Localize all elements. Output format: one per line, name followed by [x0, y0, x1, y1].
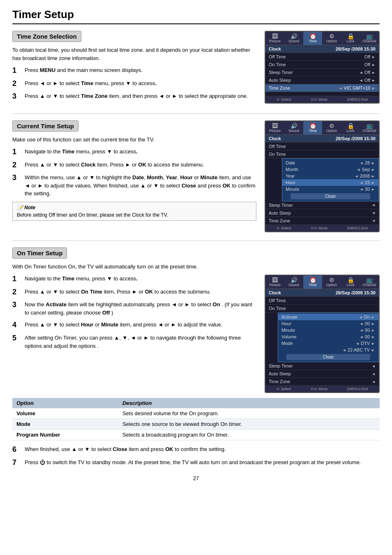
- sub-hour-row: Hour ◄ 15 ►: [282, 179, 378, 186]
- on-timer-steps: 1 Navigate to the Time menu, press ▼ to …: [12, 275, 256, 350]
- tv-menu-timezone: 🖼Picture 🔊Sound ⏰Time ⚙Option 🔒Lock 📺Cha…: [265, 31, 380, 104]
- menu-footer-ct: ⊙ Select ⊙⊙ Move (MENU) Exit: [265, 225, 379, 231]
- step-text-ot-5: After setting On Timer, you can press ▲,…: [25, 334, 256, 350]
- sub-channel-row-ot: ◄ 22 ABC TV ►: [278, 347, 378, 353]
- step-text-tz-2: Press ◄ or ► to select Time menu, press …: [25, 79, 157, 88]
- desc-mode: Selects one source to be viewed through …: [118, 419, 380, 430]
- clock-row-ct: Clock 28/Sep /2008 15:30: [265, 135, 379, 143]
- on-time-row-ct: On Time: [265, 150, 379, 158]
- page-number: 27: [12, 475, 380, 481]
- table-row-volume: Volume Sets desired volume for the On pr…: [12, 408, 380, 419]
- step-ot-3: 3 Now the Activate item will be highligh…: [12, 301, 256, 317]
- time-zone-intro: To obtain local time, you should first s…: [12, 46, 256, 62]
- sub-minute-row: Minute ◄ 30 ►: [282, 186, 378, 192]
- step-num-ot-6: 6: [12, 445, 21, 454]
- step-ot-6: 6 When finished, use ▲ or ▼ to select Cl…: [12, 445, 380, 454]
- sleep-timer-row-ot: Sleep Timer ◄: [265, 362, 379, 370]
- table-row-program: Program Number Selects a broadcasting pr…: [12, 430, 380, 440]
- clock-row-ot: Clock 28/Sep /2008 15:30: [265, 289, 379, 297]
- option-icon-ot: ⚙Option: [322, 275, 341, 289]
- channel-icon: 📺Channel: [360, 32, 379, 45]
- time-zone-steps: 1 Press MENU and the main menu screen di…: [12, 66, 256, 101]
- on-timer-menu-panel: 🖼Picture 🔊Sound ⏰Time ⚙Option 🔒Lock 📺Cha…: [265, 275, 380, 393]
- clock-row-tz: Clock 28/Sep /2008 15:30: [265, 45, 379, 53]
- on-timer-header: On Timer Setup: [12, 247, 67, 259]
- tv-menu-ontimer: 🖼Picture 🔊Sound ⏰Time ⚙Option 🔒Lock 📺Cha…: [265, 275, 380, 393]
- step-text-ct-2: Press ▲ or ▼ to select Clock item, Press…: [25, 161, 204, 169]
- step-ot-1: 1 Navigate to the Time menu, press ▼ to …: [12, 275, 256, 284]
- step-ot-5: 5 After setting On Timer, you can press …: [12, 334, 256, 350]
- time-zone-menu-panel: 🖼Picture 🔊Sound ⏰Time ⚙Option 🔒Lock 📺Cha…: [265, 31, 380, 104]
- time-icon-ct: ⏰Time: [303, 121, 322, 134]
- channel-icon-ot: 📺Channel: [360, 275, 379, 289]
- step-ct-1: 1 Navigate to the Time menu, press ▼ to …: [12, 148, 256, 157]
- table-row-mode: Mode Selects one source to be viewed thr…: [12, 419, 380, 430]
- step-text-ot-4: Press ▲ or ▼ to select Hour or Minute it…: [25, 321, 222, 329]
- step-num-ot-1: 1: [12, 275, 21, 284]
- step-num-tz-3: 3: [12, 92, 21, 101]
- time-zone-header: Time Zone Selection: [12, 31, 81, 42]
- current-time-steps: 1 Navigate to the Time menu, press ▼ to …: [12, 148, 256, 198]
- step-text-ct-1: Navigate to the Time menu, press ▼ to ac…: [25, 148, 138, 156]
- tv-menu-icon-bar-ct: 🖼Picture 🔊Sound ⏰Time ⚙Option 🔒Lock 📺Cha…: [265, 121, 379, 135]
- off-time-row-ct: Off Time: [265, 143, 379, 150]
- sound-icon-ot: 🔊Sound: [284, 275, 303, 289]
- lock-icon-ct: 🔒Lock: [341, 121, 360, 134]
- auto-sleep-row-ct: Auto Sleep ◄: [265, 209, 379, 217]
- option-table: Option Description Volume Sets desired v…: [12, 398, 380, 440]
- step-ct-3: 3 Within the menu, use ▲ or ▼ to highlig…: [12, 173, 256, 198]
- step-ot-2: 2 Press ▲ or ▼ to select On Time item, P…: [12, 288, 256, 297]
- page-title: Timer Setup: [12, 8, 380, 24]
- step-num-tz-1: 1: [12, 66, 21, 75]
- time-zone-section: Time Zone Selection To obtain local time…: [12, 31, 380, 105]
- tv-menu-icon-bar: 🖼Picture 🔊Sound ⏰Time ⚙Option 🔒Lock 📺Cha…: [265, 32, 379, 45]
- sub-menu-ct: Date ◄ 28 ► Month ◄ Sep ► Year ◄ 2008 ► …: [282, 158, 379, 201]
- on-timer-intro: With On Timer function On, the TV will a…: [12, 263, 380, 271]
- note-title: 📝 Note: [17, 205, 252, 210]
- auto-sleep-row-tz: Auto Sleep ◄ Off ►: [265, 76, 379, 84]
- step-ot-4: 4 Press ▲ or ▼ to select Hour or Minute …: [12, 321, 256, 330]
- tv-menu-icon-bar-ot: 🖼Picture 🔊Sound ⏰Time ⚙Option 🔒Lock 📺Cha…: [265, 275, 379, 289]
- sub-mode-row-ot: Mode ◄ DTV ►: [278, 340, 378, 347]
- divider-1: [12, 113, 380, 114]
- desc-volume: Sets desired volume for the On program.: [118, 408, 380, 419]
- step-text-ot-3: Now the Activate item will be highlighte…: [25, 301, 256, 317]
- step-num-ot-2: 2: [12, 288, 21, 297]
- step-text-ct-3: Within the menu, use ▲ or ▼ to highlight…: [25, 173, 256, 198]
- step-text-tz-1: Press MENU and the main menu screen disp…: [25, 66, 143, 74]
- sub-minute-row-ot: Minute ◄ 00 ►: [278, 327, 378, 333]
- picture-icon-ct: 🖼Picture: [265, 121, 284, 134]
- step-text-ot-1: Navigate to the Time menu, press ▼ to ac…: [25, 275, 138, 283]
- sound-icon: 🔊Sound: [284, 32, 303, 45]
- time-zone-row-ct: Time Zone ◄: [265, 217, 379, 225]
- note-box: 📝 Note Before setting Off timer and On t…: [12, 202, 256, 221]
- step-num-ot-4: 4: [12, 321, 21, 330]
- time-zone-row-tz: Time Zone ◄ VIC GMT+10 ►: [265, 84, 379, 92]
- sub-hour-row-ot: Hour ◄ 00 ►: [278, 320, 378, 327]
- note-text: Before setting Off timer and On timer, p…: [17, 212, 252, 218]
- step-tz-1: 1 Press MENU and the main menu screen di…: [12, 66, 256, 75]
- picture-icon-ot: 🖼Picture: [265, 275, 284, 289]
- current-time-menu-panel: 🖼Picture 🔊Sound ⏰Time ⚙Option 🔒Lock 📺Cha…: [265, 120, 380, 232]
- option-volume: Volume: [12, 408, 118, 419]
- step-text-tz-3: Press ▲ or ▼ to select Time Zone item, a…: [25, 92, 248, 100]
- sound-icon-ct: 🔊Sound: [284, 121, 303, 134]
- desc-program: Selects a broadcasting program for On ti…: [118, 430, 380, 440]
- on-timer-steps-after: 6 When finished, use ▲ or ▼ to select Cl…: [12, 445, 380, 467]
- step-num-ot-5: 5: [12, 334, 21, 343]
- current-time-header: Current Time Setup: [12, 120, 78, 132]
- time-zone-row-ot: Time Zone ◄: [265, 378, 379, 386]
- step-num-ct-1: 1: [12, 148, 21, 157]
- sub-menu-ot: Activate ◄ On ► Hour ◄ 00 ► Minute ◄ 00 …: [278, 312, 379, 362]
- menu-footer-ot: ⊙ Select ⊙⊙ Move (MENU) Exit: [265, 386, 379, 392]
- sub-date-row: Date ◄ 28 ►: [282, 160, 378, 166]
- channel-icon-ct: 📺Channel: [360, 121, 379, 134]
- sleep-timer-row-tz: Sleep Timer ◄ Off ►: [265, 69, 379, 76]
- step-text-ot-6: When finished, use ▲ or ▼ to select Clos…: [25, 445, 226, 453]
- step-num-tz-2: 2: [12, 79, 21, 88]
- sleep-timer-row-ct: Sleep Timer ◄: [265, 201, 379, 209]
- current-time-section: Current Time Setup Make use of this func…: [12, 120, 380, 232]
- description-col-header: Description: [118, 398, 380, 408]
- sub-year-row: Year ◄ 2008 ►: [282, 173, 378, 179]
- sub-month-row: Month ◄ Sep ►: [282, 166, 378, 173]
